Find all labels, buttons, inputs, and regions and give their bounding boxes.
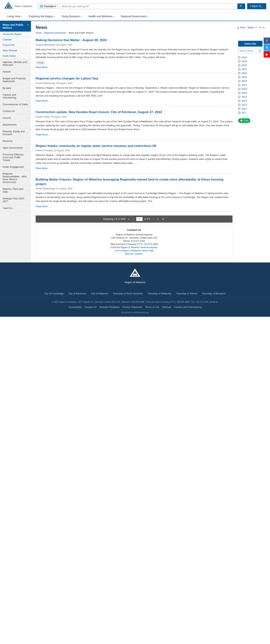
sidebar-item-council[interactable]: Council ›	[0, 114, 31, 121]
footer-link-feedback[interactable]: Website Feedback	[99, 305, 120, 309]
sidebar-item-bylaws[interactable]: By-laws ›	[0, 85, 31, 92]
footer-tty[interactable]: 519-575-4608	[177, 301, 190, 303]
article-title-4[interactable]: Region thanks community as regular water…	[36, 144, 233, 148]
year-item-2015[interactable]: 2015	[238, 91, 263, 95]
contact-map-link[interactable]: Map this Location.	[125, 252, 143, 255]
read-more-1[interactable]: Read More...	[36, 66, 50, 68]
breadcrumb-home[interactable]: Home	[36, 32, 42, 34]
article-title-5[interactable]: Building Better Futures: Region of Water…	[36, 177, 233, 186]
twitter-icon[interactable]: 𝕏	[264, 44, 270, 51]
chat-button[interactable]: 💬 Chat	[238, 118, 250, 123]
year-item-older[interactable]: 201...	[238, 111, 263, 114]
pagination-next[interactable]: ›	[152, 217, 155, 221]
article-title-1[interactable]: Making Decisions that Matter - August 28…	[36, 38, 233, 42]
year-item-2011[interactable]: 2011	[238, 107, 263, 111]
footer-link-waterloo[interactable]: City of Waterloo	[91, 292, 108, 295]
year-item-2017[interactable]: 2017	[238, 83, 263, 87]
subscribe-search-input[interactable]	[238, 48, 257, 53]
year-item-2014[interactable]: 2014	[238, 95, 263, 99]
contact-email-link[interactable]: Email the Region of Waterloo General Inq…	[111, 246, 157, 249]
year-item-2013[interactable]: 2013	[238, 99, 263, 103]
share-button[interactable]: Share ↗	[248, 26, 257, 29]
subscribe-search-button[interactable]: 🔍	[257, 48, 263, 53]
footer-link-careers-vol[interactable]: Careers and Volunteering	[174, 305, 201, 309]
youtube-icon[interactable]: ▶	[264, 51, 270, 58]
logo-area[interactable]: Region of Waterloo	[4, 2, 32, 11]
footer-link-terms[interactable]: Terms of Use	[145, 305, 159, 309]
footer-link-accessibility[interactable]: Accessibility	[68, 305, 82, 309]
year-item-2018[interactable]: 2018	[238, 79, 263, 83]
year-item-2019[interactable]: 2019	[238, 75, 263, 79]
contact-tty[interactable]: 519-575-4608	[144, 243, 158, 246]
search-input[interactable]	[60, 4, 237, 9]
search-button[interactable]: 🔍	[237, 4, 245, 9]
read-more-3[interactable]: Read More...	[36, 133, 50, 136]
pagination-page-input[interactable]	[136, 217, 143, 221]
sidebar-item-agendas[interactable]: Agendas, Minutes and Webcasts ›	[0, 59, 31, 68]
year-item-2024[interactable]: 2024	[238, 56, 263, 59]
sidebar-item-careers[interactable]: Careers and Volunteering ›	[0, 92, 31, 101]
sidebar-item-open-gov[interactable]: Open Government ›	[0, 144, 31, 151]
footer-link-woolwich[interactable]: Township of Woolwich	[202, 292, 226, 295]
read-more-4[interactable]: Read More...	[36, 167, 50, 170]
breadcrumb-regional-gov[interactable]: Regional Government	[44, 32, 66, 34]
contact-phone[interactable]: 519-575-4400	[131, 240, 145, 242]
year-item-2022[interactable]: 2022	[238, 63, 263, 67]
pagination-first[interactable]: «	[127, 217, 130, 221]
footer-link-north-dumfries[interactable]: Township of North Dumfries	[113, 292, 143, 295]
sidebar-item-diversity[interactable]: Diversity, Equity and Inclusion ›	[0, 128, 31, 138]
sidebar-item-calendar[interactable]: Calendar	[0, 37, 31, 42]
sidebar-item-public-engagement[interactable]: Public Engagement	[0, 164, 31, 170]
sidebar-item-elections[interactable]: Elections ›	[0, 138, 31, 144]
sidebar-item-departments[interactable]: Departments	[0, 121, 31, 128]
nav-item-exploring[interactable]: Exploring the Region ▾	[25, 12, 58, 21]
footer-link-kitchener[interactable]: City of Kitchener	[68, 292, 86, 295]
read-more-2[interactable]: Read More...	[36, 100, 50, 102]
footer-link-contact-us[interactable]: Contact Us	[85, 305, 97, 309]
footer-link-cambridge[interactable]: City of Cambridge	[44, 292, 64, 295]
nav-item-health[interactable]: Health and Wellness ▾	[85, 12, 117, 21]
sidebar-item-reports[interactable]: Reports, Plans and Data ›	[0, 186, 31, 195]
facebook-icon[interactable]: f	[264, 38, 270, 44]
sidebar-item-strategic[interactable]: Strategic Plan 2023-2027 ›	[0, 195, 31, 205]
pagination-prev[interactable]: ‹	[132, 217, 135, 221]
font-increase-button[interactable]: A+	[259, 26, 262, 29]
footer-link-wellesley[interactable]: Township of Wellesley	[147, 292, 172, 295]
font-decrease-button[interactable]: A-	[263, 26, 265, 29]
read-more-5[interactable]: Read More...	[36, 205, 50, 208]
contact-homepage-link[interactable]: Link to Region of Waterloo Home Page	[115, 249, 153, 252]
print-button[interactable]: 🖨 Print	[237, 26, 245, 29]
year-item-2021[interactable]: 2021	[238, 67, 263, 71]
article-title-3[interactable]: Construction update: New Dundee Road clo…	[36, 110, 233, 114]
sidebar-item-around[interactable]: Around the Region	[0, 32, 31, 37]
sidebar-item-commissioner[interactable]: Commissioner of Oaths	[0, 101, 31, 108]
footer-link-sitemap[interactable]: Sitemap	[162, 305, 171, 309]
sidebar-item-news-release[interactable]: News Release	[0, 48, 31, 53]
nav-item-living[interactable]: Living Here ▾	[4, 12, 25, 21]
year-item-2012[interactable]: 2012	[238, 103, 263, 107]
nav-item-government[interactable]: Regional Government ▾	[117, 12, 151, 21]
sidebar-item-contact[interactable]: Contact Us ›	[0, 108, 31, 114]
nav-item-business[interactable]: Doing Business ▾	[58, 12, 85, 21]
sidebar-item-iwant[interactable]: I want to...	[0, 205, 31, 212]
pagination-last[interactable]: »	[156, 217, 159, 221]
iwant-button[interactable]: I Want To...	[247, 3, 266, 9]
sidebar-item-budget[interactable]: Budget and Financial Statements ›	[0, 75, 31, 85]
xpost-button-1[interactable]: X Post	[36, 61, 45, 65]
translate-button[interactable]: 🌐 Translate ▾	[38, 4, 58, 9]
footer-phone[interactable]: 519-575-4400	[132, 301, 144, 303]
sidebar-item-regional-resp[interactable]: Regional Responsibilities - Who Does Wha…	[0, 170, 31, 186]
footer-email[interactable]: Email Us	[210, 301, 218, 303]
year-item-2016[interactable]: 2016	[238, 87, 263, 91]
sidebar-item-awards[interactable]: Awards	[0, 68, 31, 75]
sidebar-header[interactable]: News and Public Notices ▾	[0, 21, 31, 32]
pagination-refresh[interactable]: ↺	[161, 217, 165, 221]
year-item-2020[interactable]: 2020	[238, 71, 263, 75]
sidebar-item-public-notice[interactable]: Public Notice	[0, 53, 31, 59]
sidebar-item-provincial[interactable]: Provincial Offences Court and Traffic Ti…	[0, 151, 31, 164]
year-item-2023[interactable]: 2023	[238, 59, 263, 63]
footer-link-privacy[interactable]: Privacy Statement	[123, 305, 142, 309]
sidebar-item-council-info[interactable]: Council Info	[0, 42, 31, 48]
footer-link-wilmot[interactable]: Township of Wilmot	[176, 292, 197, 295]
article-title-2[interactable]: Regional service changes for Labour Day	[36, 76, 233, 81]
